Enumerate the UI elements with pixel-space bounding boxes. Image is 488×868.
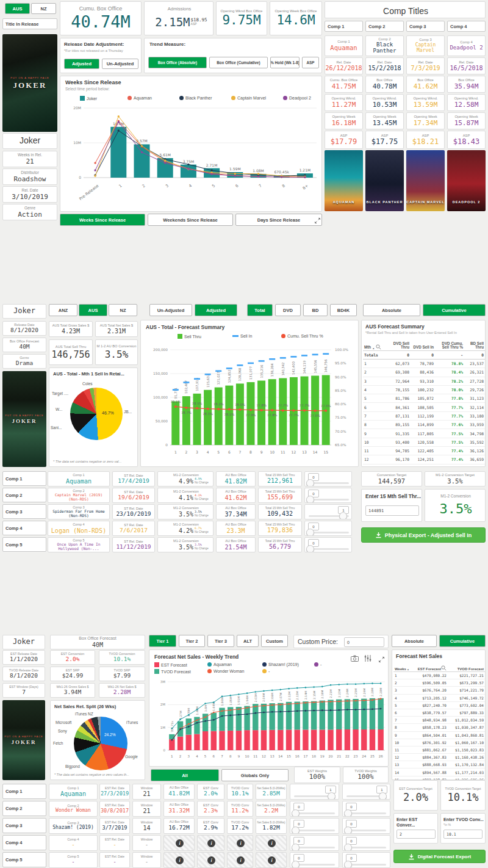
info-icon[interactable]: i bbox=[268, 839, 276, 847]
comp3-slot-input-1[interactable]: Comp 1 bbox=[2, 784, 46, 799]
period-button-1[interactable]: Weekends Since Release bbox=[148, 214, 233, 226]
trend-button-2[interactable]: % Hold (Wk 1-8) bbox=[270, 57, 300, 68]
enter-tvod-input[interactable]: 10.1 bbox=[443, 830, 483, 839]
format-tab-bd[interactable]: BD bbox=[303, 304, 328, 316]
region-tab2-nz[interactable]: NZ bbox=[109, 304, 137, 316]
comp-slot-input-5[interactable]: Comp 5 bbox=[2, 537, 46, 552]
enter-sell-thru-input[interactable]: 144891 bbox=[365, 505, 419, 516]
tier-tab-2[interactable]: Tier 2 bbox=[179, 635, 205, 647]
comp-slot-input-3[interactable]: Comp 3 bbox=[2, 504, 46, 519]
slider-knob[interactable] bbox=[328, 792, 336, 800]
comp3-slot-input-2[interactable]: Comp 2 bbox=[2, 801, 46, 816]
tier-tab-1[interactable]: Tier 1 bbox=[149, 635, 176, 647]
col-header[interactable]: DVD Cumu. Sell Thru % bbox=[435, 337, 464, 351]
slider-track[interactable] bbox=[309, 548, 349, 550]
tier-tab-5[interactable]: Custom bbox=[261, 635, 288, 647]
cumulative-tab[interactable]: Cumulative bbox=[423, 304, 486, 316]
slider-track[interactable] bbox=[346, 847, 386, 848]
info-icon[interactable]: i bbox=[207, 839, 215, 847]
slider-knob[interactable] bbox=[292, 861, 300, 868]
absolute-tab[interactable]: Absolute bbox=[363, 304, 420, 316]
slider-knob[interactable] bbox=[344, 844, 352, 851]
camera-icon[interactable] bbox=[351, 653, 359, 660]
comp-input-4[interactable]: Comp 4 bbox=[447, 21, 486, 32]
all-button[interactable]: All bbox=[151, 769, 219, 781]
col-header[interactable]: Mth▲ bbox=[363, 337, 384, 351]
comp-input-1[interactable]: Comp 1 bbox=[325, 21, 363, 32]
slider-knob[interactable] bbox=[306, 479, 314, 486]
trend-button-0[interactable]: Box Office (Absolute) bbox=[148, 57, 207, 68]
slider-knob[interactable] bbox=[292, 809, 300, 817]
trend-button-1[interactable]: Box Office (Cumulative) bbox=[209, 57, 268, 68]
col-header[interactable]: TVOD Forecast bbox=[448, 662, 485, 672]
period-button-2[interactable]: Days Since Release bbox=[235, 214, 322, 226]
tier-tab-4[interactable]: ALT bbox=[237, 635, 259, 647]
info-icon[interactable]: i bbox=[237, 839, 245, 847]
adjusted-tab[interactable]: Adjusted bbox=[195, 304, 237, 316]
col-header[interactable]: EST Forecast bbox=[411, 662, 448, 672]
slider-knob[interactable] bbox=[292, 844, 300, 851]
search-icon[interactable] bbox=[376, 344, 381, 350]
adjusted-button[interactable]: Adjusted bbox=[64, 59, 99, 69]
info-icon[interactable]: i bbox=[176, 839, 184, 847]
info-icon[interactable]: i bbox=[237, 856, 245, 864]
slider-track[interactable] bbox=[309, 482, 349, 484]
slider-track[interactable] bbox=[346, 812, 386, 814]
un-adjusted-button[interactable]: Un-Adjusted bbox=[102, 59, 138, 69]
un-adjusted-tab[interactable]: Un-Adjusted bbox=[149, 304, 192, 316]
comp3-slot-input-3[interactable]: Comp 3 bbox=[2, 818, 46, 833]
comp-slot-input-2[interactable]: Comp 2 bbox=[2, 488, 46, 502]
slider-knob[interactable] bbox=[379, 792, 387, 800]
col-header[interactable]: BD Sell Thru bbox=[464, 337, 485, 351]
slider-knob[interactable] bbox=[306, 545, 314, 552]
comp-input-3[interactable]: Comp 3 bbox=[406, 21, 445, 32]
custom-price-input[interactable]: 0 bbox=[344, 637, 384, 647]
region-tab-aus[interactable]: AUS bbox=[5, 3, 30, 14]
col-header[interactable]: DVD Sell In bbox=[411, 337, 435, 351]
slider-knob[interactable] bbox=[306, 529, 314, 536]
slider-track[interactable] bbox=[346, 830, 386, 831]
comp3-slot-input-4[interactable]: Comp 4 bbox=[2, 835, 46, 850]
physical-export-button[interactable]: Physical Export - Adjusted Sell In bbox=[361, 527, 486, 543]
slider-track[interactable] bbox=[309, 499, 349, 501]
slider-knob[interactable] bbox=[306, 496, 314, 503]
slider-knob[interactable] bbox=[292, 826, 300, 834]
region-tab2-aus[interactable]: AUS bbox=[79, 304, 107, 316]
digital-export-button[interactable]: Digital Forecast Export bbox=[393, 850, 486, 863]
col-header[interactable]: DVD Sell Thru bbox=[384, 337, 411, 351]
slider-track[interactable] bbox=[294, 812, 335, 814]
format-tab-bd4k[interactable]: BD4K bbox=[330, 304, 357, 316]
info-icon[interactable]: i bbox=[207, 856, 215, 864]
title-in-release-filter[interactable]: Title In Release bbox=[2, 18, 57, 29]
comp-slot-input-1[interactable]: Comp 1 bbox=[2, 471, 46, 486]
slider-track[interactable] bbox=[294, 847, 335, 848]
region-tab-nz[interactable]: NZ bbox=[31, 3, 56, 14]
period-button-0[interactable]: Weeks Since Release bbox=[60, 214, 145, 226]
slider-track[interactable] bbox=[309, 532, 349, 533]
col-header[interactable]: Weeks▲ bbox=[393, 662, 411, 672]
tier-tab-3[interactable]: Tier 3 bbox=[207, 635, 234, 647]
trend-button-3[interactable]: ASP bbox=[302, 57, 319, 68]
slider-knob[interactable] bbox=[344, 826, 352, 834]
search-icon[interactable] bbox=[441, 665, 447, 671]
format-tab-dvd[interactable]: DVD bbox=[275, 304, 301, 316]
info-icon[interactable]: i bbox=[268, 856, 276, 864]
comp-input-2[interactable]: Comp 2 bbox=[365, 21, 404, 32]
globals-only-button[interactable]: Globals Only bbox=[221, 769, 289, 781]
slider-knob[interactable] bbox=[339, 512, 347, 519]
slider-knob[interactable] bbox=[344, 809, 352, 817]
enter-est-input[interactable]: 2 bbox=[396, 830, 436, 839]
format-tab-total[interactable]: Total bbox=[247, 304, 273, 316]
slider-track[interactable] bbox=[294, 830, 335, 831]
cumulative-tab-3[interactable]: Cumulative bbox=[439, 635, 486, 647]
absolute-tab-3[interactable]: Absolute bbox=[392, 635, 437, 647]
comp-slot-input-4[interactable]: Comp 4 bbox=[2, 521, 46, 535]
expand-icon[interactable] bbox=[379, 654, 384, 659]
slider-track[interactable] bbox=[294, 864, 335, 866]
column-selector-icon[interactable] bbox=[364, 653, 371, 660]
slider-track[interactable] bbox=[346, 864, 386, 866]
expand-icon[interactable] bbox=[315, 215, 320, 220]
region-tab2-anz[interactable]: ANZ bbox=[49, 304, 77, 316]
comp3-slot-input-5[interactable]: Comp 5 bbox=[2, 852, 46, 867]
info-icon[interactable]: i bbox=[176, 856, 184, 864]
